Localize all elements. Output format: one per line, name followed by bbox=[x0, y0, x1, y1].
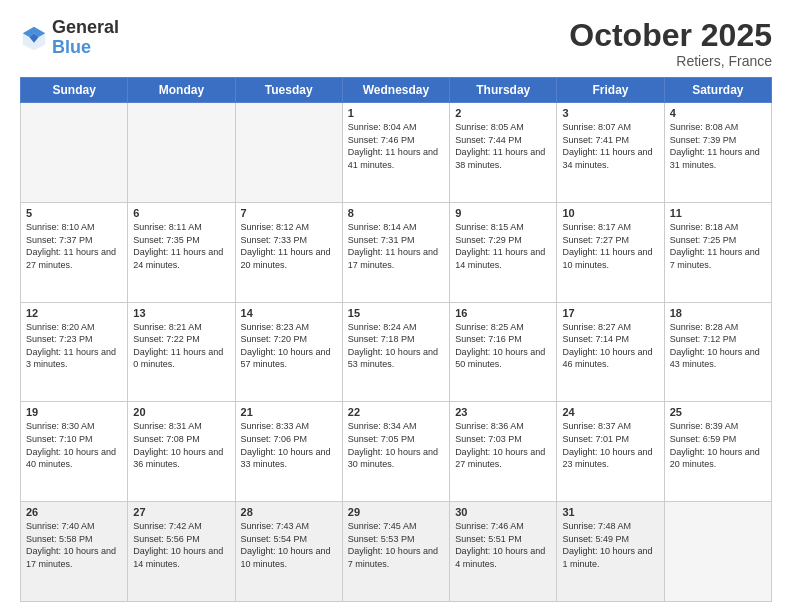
header: General Blue October 2025 Retiers, Franc… bbox=[20, 18, 772, 69]
calendar-cell: 20Sunrise: 8:31 AM Sunset: 7:08 PM Dayli… bbox=[128, 402, 235, 502]
day-number: 29 bbox=[348, 506, 444, 518]
calendar-cell: 13Sunrise: 8:21 AM Sunset: 7:22 PM Dayli… bbox=[128, 302, 235, 402]
day-header-saturday: Saturday bbox=[664, 78, 771, 103]
calendar-week-1: 1Sunrise: 8:04 AM Sunset: 7:46 PM Daylig… bbox=[21, 103, 772, 203]
page: General Blue October 2025 Retiers, Franc… bbox=[0, 0, 792, 612]
day-header-monday: Monday bbox=[128, 78, 235, 103]
day-number: 23 bbox=[455, 406, 551, 418]
calendar-cell: 9Sunrise: 8:15 AM Sunset: 7:29 PM Daylig… bbox=[450, 202, 557, 302]
calendar-cell: 31Sunrise: 7:48 AM Sunset: 5:49 PM Dayli… bbox=[557, 502, 664, 602]
day-number: 6 bbox=[133, 207, 229, 219]
day-number: 20 bbox=[133, 406, 229, 418]
calendar-cell: 7Sunrise: 8:12 AM Sunset: 7:33 PM Daylig… bbox=[235, 202, 342, 302]
day-info: Sunrise: 7:40 AM Sunset: 5:58 PM Dayligh… bbox=[26, 520, 122, 570]
calendar-week-2: 5Sunrise: 8:10 AM Sunset: 7:37 PM Daylig… bbox=[21, 202, 772, 302]
day-number: 13 bbox=[133, 307, 229, 319]
calendar-cell bbox=[128, 103, 235, 203]
day-number: 18 bbox=[670, 307, 766, 319]
calendar-cell: 18Sunrise: 8:28 AM Sunset: 7:12 PM Dayli… bbox=[664, 302, 771, 402]
day-number: 26 bbox=[26, 506, 122, 518]
day-info: Sunrise: 8:14 AM Sunset: 7:31 PM Dayligh… bbox=[348, 221, 444, 271]
calendar-cell: 12Sunrise: 8:20 AM Sunset: 7:23 PM Dayli… bbox=[21, 302, 128, 402]
day-number: 2 bbox=[455, 107, 551, 119]
calendar-week-4: 19Sunrise: 8:30 AM Sunset: 7:10 PM Dayli… bbox=[21, 402, 772, 502]
calendar-cell: 30Sunrise: 7:46 AM Sunset: 5:51 PM Dayli… bbox=[450, 502, 557, 602]
day-number: 31 bbox=[562, 506, 658, 518]
day-number: 30 bbox=[455, 506, 551, 518]
day-number: 7 bbox=[241, 207, 337, 219]
day-number: 12 bbox=[26, 307, 122, 319]
day-info: Sunrise: 8:17 AM Sunset: 7:27 PM Dayligh… bbox=[562, 221, 658, 271]
day-number: 5 bbox=[26, 207, 122, 219]
day-number: 3 bbox=[562, 107, 658, 119]
calendar-cell: 29Sunrise: 7:45 AM Sunset: 5:53 PM Dayli… bbox=[342, 502, 449, 602]
day-header-friday: Friday bbox=[557, 78, 664, 103]
day-info: Sunrise: 7:48 AM Sunset: 5:49 PM Dayligh… bbox=[562, 520, 658, 570]
calendar-week-3: 12Sunrise: 8:20 AM Sunset: 7:23 PM Dayli… bbox=[21, 302, 772, 402]
calendar-table: SundayMondayTuesdayWednesdayThursdayFrid… bbox=[20, 77, 772, 602]
day-info: Sunrise: 8:10 AM Sunset: 7:37 PM Dayligh… bbox=[26, 221, 122, 271]
logo-icon bbox=[20, 24, 48, 52]
day-info: Sunrise: 8:04 AM Sunset: 7:46 PM Dayligh… bbox=[348, 121, 444, 171]
month-title: October 2025 bbox=[569, 18, 772, 53]
calendar-cell: 8Sunrise: 8:14 AM Sunset: 7:31 PM Daylig… bbox=[342, 202, 449, 302]
logo-general: General bbox=[52, 18, 119, 38]
calendar-cell: 3Sunrise: 8:07 AM Sunset: 7:41 PM Daylig… bbox=[557, 103, 664, 203]
day-number: 17 bbox=[562, 307, 658, 319]
day-number: 16 bbox=[455, 307, 551, 319]
calendar-cell: 5Sunrise: 8:10 AM Sunset: 7:37 PM Daylig… bbox=[21, 202, 128, 302]
day-info: Sunrise: 7:45 AM Sunset: 5:53 PM Dayligh… bbox=[348, 520, 444, 570]
calendar-cell bbox=[664, 502, 771, 602]
day-info: Sunrise: 8:36 AM Sunset: 7:03 PM Dayligh… bbox=[455, 420, 551, 470]
day-info: Sunrise: 8:21 AM Sunset: 7:22 PM Dayligh… bbox=[133, 321, 229, 371]
location: Retiers, France bbox=[569, 53, 772, 69]
calendar-cell: 1Sunrise: 8:04 AM Sunset: 7:46 PM Daylig… bbox=[342, 103, 449, 203]
calendar-cell: 14Sunrise: 8:23 AM Sunset: 7:20 PM Dayli… bbox=[235, 302, 342, 402]
calendar-cell: 4Sunrise: 8:08 AM Sunset: 7:39 PM Daylig… bbox=[664, 103, 771, 203]
logo-text: General Blue bbox=[52, 18, 119, 58]
day-number: 25 bbox=[670, 406, 766, 418]
day-info: Sunrise: 8:05 AM Sunset: 7:44 PM Dayligh… bbox=[455, 121, 551, 171]
calendar-cell: 22Sunrise: 8:34 AM Sunset: 7:05 PM Dayli… bbox=[342, 402, 449, 502]
day-info: Sunrise: 7:42 AM Sunset: 5:56 PM Dayligh… bbox=[133, 520, 229, 570]
day-number: 28 bbox=[241, 506, 337, 518]
title-block: October 2025 Retiers, France bbox=[569, 18, 772, 69]
calendar-cell bbox=[235, 103, 342, 203]
day-number: 4 bbox=[670, 107, 766, 119]
day-number: 8 bbox=[348, 207, 444, 219]
day-info: Sunrise: 8:23 AM Sunset: 7:20 PM Dayligh… bbox=[241, 321, 337, 371]
calendar-cell: 21Sunrise: 8:33 AM Sunset: 7:06 PM Dayli… bbox=[235, 402, 342, 502]
day-info: Sunrise: 8:24 AM Sunset: 7:18 PM Dayligh… bbox=[348, 321, 444, 371]
day-number: 19 bbox=[26, 406, 122, 418]
calendar-cell: 2Sunrise: 8:05 AM Sunset: 7:44 PM Daylig… bbox=[450, 103, 557, 203]
day-info: Sunrise: 8:25 AM Sunset: 7:16 PM Dayligh… bbox=[455, 321, 551, 371]
day-header-sunday: Sunday bbox=[21, 78, 128, 103]
day-info: Sunrise: 8:34 AM Sunset: 7:05 PM Dayligh… bbox=[348, 420, 444, 470]
day-info: Sunrise: 7:46 AM Sunset: 5:51 PM Dayligh… bbox=[455, 520, 551, 570]
calendar-cell: 26Sunrise: 7:40 AM Sunset: 5:58 PM Dayli… bbox=[21, 502, 128, 602]
day-info: Sunrise: 8:08 AM Sunset: 7:39 PM Dayligh… bbox=[670, 121, 766, 171]
day-number: 9 bbox=[455, 207, 551, 219]
day-info: Sunrise: 8:31 AM Sunset: 7:08 PM Dayligh… bbox=[133, 420, 229, 470]
day-header-wednesday: Wednesday bbox=[342, 78, 449, 103]
calendar-cell: 27Sunrise: 7:42 AM Sunset: 5:56 PM Dayli… bbox=[128, 502, 235, 602]
day-number: 14 bbox=[241, 307, 337, 319]
calendar-cell: 6Sunrise: 8:11 AM Sunset: 7:35 PM Daylig… bbox=[128, 202, 235, 302]
calendar-cell: 19Sunrise: 8:30 AM Sunset: 7:10 PM Dayli… bbox=[21, 402, 128, 502]
day-info: Sunrise: 8:18 AM Sunset: 7:25 PM Dayligh… bbox=[670, 221, 766, 271]
logo-blue: Blue bbox=[52, 38, 119, 58]
day-number: 24 bbox=[562, 406, 658, 418]
day-info: Sunrise: 8:11 AM Sunset: 7:35 PM Dayligh… bbox=[133, 221, 229, 271]
day-number: 15 bbox=[348, 307, 444, 319]
day-info: Sunrise: 8:28 AM Sunset: 7:12 PM Dayligh… bbox=[670, 321, 766, 371]
day-info: Sunrise: 8:37 AM Sunset: 7:01 PM Dayligh… bbox=[562, 420, 658, 470]
calendar-week-5: 26Sunrise: 7:40 AM Sunset: 5:58 PM Dayli… bbox=[21, 502, 772, 602]
day-info: Sunrise: 8:07 AM Sunset: 7:41 PM Dayligh… bbox=[562, 121, 658, 171]
day-info: Sunrise: 8:15 AM Sunset: 7:29 PM Dayligh… bbox=[455, 221, 551, 271]
calendar-header-row: SundayMondayTuesdayWednesdayThursdayFrid… bbox=[21, 78, 772, 103]
calendar-cell: 15Sunrise: 8:24 AM Sunset: 7:18 PM Dayli… bbox=[342, 302, 449, 402]
day-info: Sunrise: 8:12 AM Sunset: 7:33 PM Dayligh… bbox=[241, 221, 337, 271]
calendar-cell: 24Sunrise: 8:37 AM Sunset: 7:01 PM Dayli… bbox=[557, 402, 664, 502]
day-header-tuesday: Tuesday bbox=[235, 78, 342, 103]
calendar-cell: 10Sunrise: 8:17 AM Sunset: 7:27 PM Dayli… bbox=[557, 202, 664, 302]
